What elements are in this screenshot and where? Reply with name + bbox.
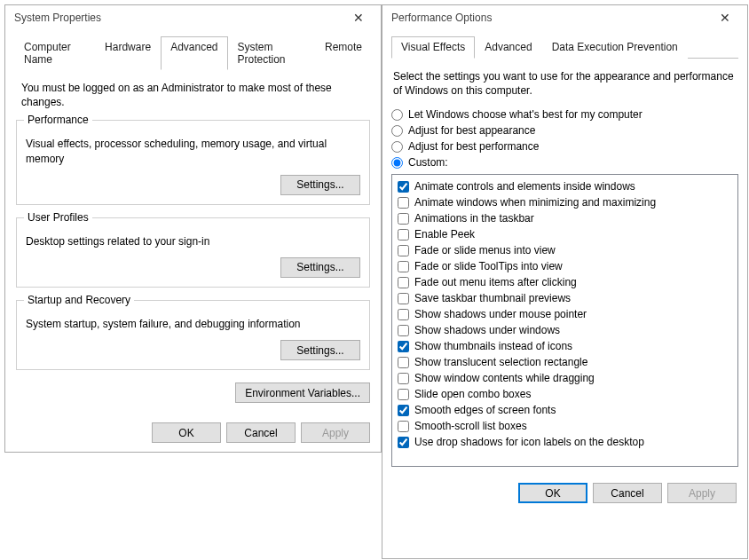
checkbox-input[interactable]: [398, 229, 409, 241]
visual-effects-instruction: Select the settings you want to use for …: [393, 69, 737, 98]
radio-label: Adjust for best performance: [408, 140, 539, 153]
system-properties-dialog: System Properties ✕ Computer NameHardwar…: [4, 4, 382, 453]
radio-input[interactable]: [391, 157, 403, 169]
checkbox-input[interactable]: [398, 245, 409, 256]
checkbox-label: Enable Peek: [414, 228, 475, 241]
admin-instruction: You must be logged on as an Administrato…: [21, 81, 370, 109]
close-icon[interactable]: ✕: [708, 8, 742, 28]
performance-options-title: Performance Options: [391, 12, 492, 24]
checkbox-input[interactable]: [398, 389, 409, 400]
checkbox-input[interactable]: [398, 357, 409, 368]
check-show-thumbnails-instead-of-icons[interactable]: Show thumbnails instead of icons: [398, 338, 732, 354]
radio-input[interactable]: [391, 109, 403, 121]
checkbox-input[interactable]: [398, 341, 409, 352]
checkbox-input[interactable]: [398, 309, 409, 320]
system-properties-title: System Properties: [14, 12, 101, 24]
checkbox-label: Show shadows under windows: [414, 324, 560, 336]
check-animations-in-the-taskbar[interactable]: Animations in the taskbar: [398, 210, 732, 226]
checkbox-label: Show thumbnails instead of icons: [414, 340, 572, 352]
performance-options-titlebar[interactable]: Performance Options ✕: [382, 5, 747, 30]
system-properties-tabs: Computer NameHardwareAdvancedSystem Prot…: [14, 35, 372, 70]
radio-adjust-for-best-performance[interactable]: Adjust for best performance: [391, 140, 738, 153]
checkbox-label: Show window contents while dragging: [414, 372, 595, 384]
check-fade-out-menu-items-after-clicking[interactable]: Fade out menu items after clicking: [398, 274, 732, 290]
check-smooth-edges-of-screen-fonts[interactable]: Smooth edges of screen fonts: [398, 402, 732, 418]
group-user-profiles-desc: Desktop settings related to your sign-in: [26, 234, 360, 248]
checkbox-input[interactable]: [398, 261, 409, 272]
group-user-profiles: User Profiles Desktop settings related t…: [16, 217, 370, 288]
checkbox-input[interactable]: [398, 421, 409, 432]
close-icon[interactable]: ✕: [342, 8, 375, 28]
tab-advanced[interactable]: Advanced: [475, 36, 541, 59]
checkbox-input[interactable]: [398, 373, 409, 384]
group-performance-title: Performance: [24, 114, 92, 126]
check-use-drop-shadows-for-icon-labels-on-the-desktop[interactable]: Use drop shadows for icon labels on the …: [398, 434, 732, 450]
ok-button[interactable]: OK: [152, 422, 221, 443]
cancel-button[interactable]: Cancel: [226, 422, 296, 443]
performance-options-tabs: Visual EffectsAdvancedData Execution Pre…: [391, 35, 738, 59]
user-profiles-settings-button[interactable]: Settings...: [280, 257, 360, 278]
check-show-translucent-selection-rectangle[interactable]: Show translucent selection rectangle: [398, 354, 732, 370]
apply-button[interactable]: Apply: [301, 422, 370, 443]
checkbox-input[interactable]: [398, 437, 409, 448]
checkbox-label: Fade or slide ToolTips into view: [414, 260, 563, 272]
checkbox-label: Use drop shadows for icon labels on the …: [414, 436, 644, 448]
check-animate-controls-and-elements-inside-windows[interactable]: Animate controls and elements inside win…: [398, 178, 732, 194]
checkbox-input[interactable]: [398, 213, 409, 225]
system-properties-titlebar[interactable]: System Properties ✕: [5, 5, 381, 30]
check-fade-or-slide-tooltips-into-view[interactable]: Fade or slide ToolTips into view: [398, 258, 732, 274]
checkbox-input[interactable]: [398, 293, 409, 304]
check-save-taskbar-thumbnail-previews[interactable]: Save taskbar thumbnail previews: [398, 290, 732, 306]
radio-input[interactable]: [391, 125, 403, 137]
checkbox-input[interactable]: [398, 325, 409, 336]
group-startup-recovery: Startup and Recovery System startup, sys…: [16, 300, 370, 370]
visual-effects-list[interactable]: Animate controls and elements inside win…: [391, 174, 738, 467]
check-smooth-scroll-list-boxes[interactable]: Smooth-scroll list boxes: [398, 418, 732, 434]
ok-button[interactable]: OK: [518, 483, 587, 503]
checkbox-input[interactable]: [398, 181, 409, 193]
tab-data-execution-prevention[interactable]: Data Execution Prevention: [542, 36, 688, 59]
checkbox-label: Show shadows under mouse pointer: [414, 308, 587, 320]
checkbox-label: Animations in the taskbar: [414, 212, 534, 225]
performance-settings-button[interactable]: Settings...: [280, 175, 360, 195]
radio-label: Adjust for best appearance: [408, 124, 535, 137]
checkbox-input[interactable]: [398, 405, 409, 416]
radio-label: Custom:: [408, 156, 448, 169]
check-slide-open-combo-boxes[interactable]: Slide open combo boxes: [398, 386, 732, 402]
check-show-window-contents-while-dragging[interactable]: Show window contents while dragging: [398, 370, 732, 386]
checkbox-label: Slide open combo boxes: [414, 388, 531, 400]
tab-visual-effects[interactable]: Visual Effects: [391, 36, 475, 59]
group-performance: Performance Visual effects, processor sc…: [16, 120, 370, 204]
environment-variables-button[interactable]: Environment Variables...: [235, 383, 370, 403]
group-performance-desc: Visual effects, processor scheduling, me…: [26, 137, 360, 165]
checkbox-input[interactable]: [398, 197, 409, 209]
performance-options-dialog: Performance Options ✕ Visual EffectsAdva…: [382, 4, 748, 559]
radio-custom[interactable]: Custom:: [391, 156, 738, 169]
radio-adjust-for-best-appearance[interactable]: Adjust for best appearance: [391, 124, 738, 137]
radio-input[interactable]: [391, 141, 403, 153]
check-animate-windows-when-minimizing-and-maximizing[interactable]: Animate windows when minimizing and maxi…: [398, 194, 732, 210]
group-user-profiles-title: User Profiles: [24, 211, 92, 224]
tab-system-protection[interactable]: System Protection: [228, 36, 315, 70]
tab-hardware[interactable]: Hardware: [95, 36, 161, 70]
checkbox-label: Smooth edges of screen fonts: [414, 404, 556, 416]
checkbox-label: Fade or slide menus into view: [414, 244, 556, 256]
group-startup-desc: System startup, system failure, and debu…: [26, 317, 360, 331]
check-show-shadows-under-windows[interactable]: Show shadows under windows: [398, 322, 732, 338]
tab-remote[interactable]: Remote: [315, 36, 372, 70]
radio-let-windows-choose-what-s-best-for-my-computer[interactable]: Let Windows choose what's best for my co…: [391, 108, 738, 121]
checkbox-label: Smooth-scroll list boxes: [414, 420, 527, 432]
checkbox-label: Show translucent selection rectangle: [414, 356, 587, 368]
tab-computer-name[interactable]: Computer Name: [14, 36, 95, 70]
check-enable-peek[interactable]: Enable Peek: [398, 226, 732, 242]
cancel-button[interactable]: Cancel: [593, 483, 662, 503]
checkbox-input[interactable]: [398, 277, 409, 288]
tab-advanced[interactable]: Advanced: [161, 36, 227, 70]
startup-settings-button[interactable]: Settings...: [280, 340, 360, 360]
checkbox-label: Save taskbar thumbnail previews: [414, 292, 571, 304]
check-show-shadows-under-mouse-pointer[interactable]: Show shadows under mouse pointer: [398, 306, 732, 322]
radio-label: Let Windows choose what's best for my co…: [408, 108, 643, 121]
check-fade-or-slide-menus-into-view[interactable]: Fade or slide menus into view: [398, 242, 732, 258]
apply-button[interactable]: Apply: [667, 483, 737, 503]
checkbox-label: Animate controls and elements inside win…: [414, 180, 635, 193]
